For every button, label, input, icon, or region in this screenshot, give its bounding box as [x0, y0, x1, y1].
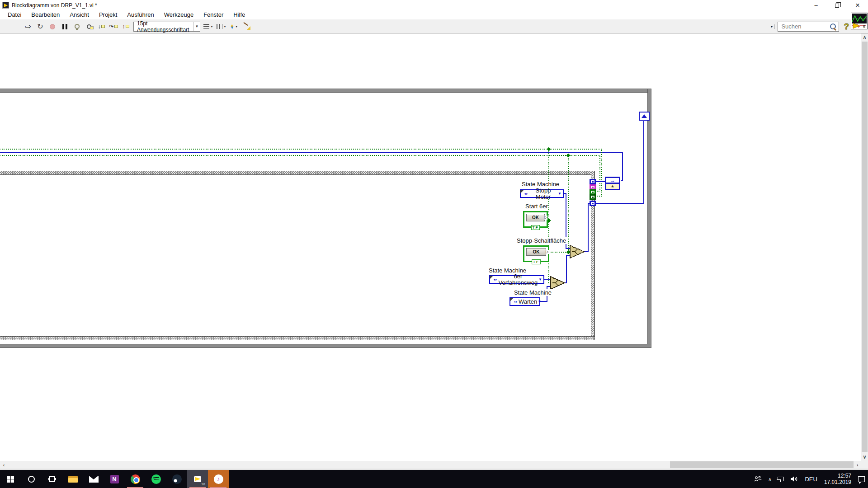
- feedback-init-glyph: *: [611, 186, 614, 189]
- select-triangle: [551, 277, 565, 289]
- step-into-button[interactable]: ↓: [97, 21, 106, 32]
- scroll-down-icon[interactable]: ∨: [861, 453, 868, 461]
- task-view-button[interactable]: [42, 470, 62, 488]
- ok-button-start-6er[interactable]: OK ▷ TF: [523, 211, 548, 228]
- cortana-button[interactable]: [21, 470, 42, 488]
- cleanup-diagram-button[interactable]: [242, 21, 251, 32]
- highlight-execution-button[interactable]: [72, 21, 81, 32]
- enum-fold-icon: [490, 276, 493, 279]
- menu-werkzeuge[interactable]: Werkzeuge: [159, 10, 199, 19]
- title-bar: Blockdiagramm von DRP_V1_1.vi * – ×: [0, 0, 868, 10]
- retain-wire-values-button[interactable]: [85, 21, 94, 32]
- onenote-button[interactable]: N: [104, 470, 125, 488]
- enum-increment-icon[interactable]: ◄►: [493, 278, 497, 281]
- horizontal-scrollbar[interactable]: ‹ ›: [0, 461, 861, 469]
- menu-hilfe[interactable]: Hilfe: [228, 10, 250, 19]
- step-over-icon: ↷: [109, 24, 113, 29]
- ok-button-stopp-schaltflaeche[interactable]: OK ▷ TF: [523, 245, 549, 262]
- distribute-objects-button[interactable]: ▼: [217, 21, 226, 32]
- menu-projekt[interactable]: Projekt: [94, 10, 122, 19]
- enum-label: State Machine: [521, 181, 560, 188]
- chevron-down-icon[interactable]: ▼: [558, 192, 561, 196]
- vertical-scrollbar[interactable]: ∧ ∨: [861, 33, 868, 461]
- scroll-right-icon[interactable]: ›: [854, 461, 861, 469]
- step-box-icon: [114, 25, 118, 28]
- chevron-down-icon[interactable]: ▼: [538, 300, 541, 304]
- close-button[interactable]: ×: [847, 0, 868, 10]
- network-button[interactable]: [774, 470, 787, 488]
- enum-increment-icon[interactable]: ◄►: [524, 192, 528, 195]
- menu-bearbeiten[interactable]: Bearbeiten: [26, 10, 65, 19]
- reorder-button[interactable]: ▲▼▼: [230, 21, 239, 32]
- select-function-1[interactable]: [570, 245, 584, 258]
- enum-constant-warten[interactable]: ◄► Warten ▼: [509, 297, 540, 306]
- menu-fenster[interactable]: Fenster: [198, 10, 228, 19]
- select-glyph: [572, 247, 578, 254]
- enum-fold-icon: [510, 298, 514, 301]
- menu-datei[interactable]: Datei: [3, 10, 26, 19]
- file-explorer-button[interactable]: [62, 470, 83, 488]
- horizontal-scrollbar-thumb[interactable]: [670, 461, 854, 468]
- step-out-icon: ↑: [123, 24, 125, 29]
- people-button[interactable]: [750, 470, 765, 488]
- wire-junction: [566, 154, 570, 157]
- chevron-down-icon: ▼: [223, 25, 226, 28]
- run-continuous-button[interactable]: ↻: [36, 21, 45, 32]
- hidden-icons-button[interactable]: ∧: [765, 470, 774, 488]
- enum-value: Stopp Motor: [529, 188, 557, 200]
- tunnel-dot: [592, 187, 594, 188]
- steam-button[interactable]: [166, 470, 187, 488]
- action-center-button[interactable]: [855, 470, 868, 488]
- shift-register[interactable]: [639, 112, 650, 121]
- step-out-button[interactable]: ↑: [121, 21, 130, 32]
- steam-icon: [172, 474, 182, 484]
- tunnel-dot: [592, 197, 594, 198]
- scroll-left-icon[interactable]: ‹: [0, 461, 8, 469]
- enum-increment-icon[interactable]: ◄►: [513, 300, 518, 303]
- latch-action-icon: ▷: [546, 250, 549, 254]
- vi-icon[interactable]: 5: [851, 13, 868, 29]
- chevron-down-icon[interactable]: ▼: [538, 277, 542, 282]
- language-indicator[interactable]: DEU: [802, 470, 820, 488]
- tunnel-blue-2: [590, 201, 596, 206]
- enum-constant-stopp-motor[interactable]: ◄► Stopp Motor ▼: [520, 189, 564, 198]
- vertical-scrollbar-thumb[interactable]: [862, 42, 868, 452]
- search-scope-chevron-icon[interactable]: ▸: [771, 24, 774, 29]
- select-function-2[interactable]: [551, 277, 565, 289]
- lightbulb-icon: [75, 24, 80, 29]
- run-continuous-icon: ↻: [37, 23, 43, 30]
- pause-button[interactable]: [60, 21, 69, 32]
- labview-version-badge: 18: [201, 482, 205, 486]
- clock[interactable]: 12:57 17.01.2019: [821, 470, 855, 488]
- volume-button[interactable]: [787, 470, 802, 488]
- while-loop-border-top: [0, 89, 651, 93]
- restore-button[interactable]: [826, 0, 847, 10]
- font-selector[interactable]: 15pt Anwendungsschriftart ▼: [133, 22, 200, 32]
- boolean-tf-badge: TF: [531, 225, 540, 230]
- wire-select2-to-select1: [565, 255, 570, 283]
- ok-button-face: OK ▷: [526, 214, 545, 221]
- chevron-down-icon: ▼: [210, 25, 213, 28]
- enum-constant-6er-verfahrensweg[interactable]: ◄► 6er Verfahrensweg ▼: [489, 275, 544, 284]
- spotify-button[interactable]: [146, 470, 166, 488]
- abort-button[interactable]: [48, 21, 57, 32]
- minimize-button[interactable]: –: [806, 0, 826, 10]
- mail-button[interactable]: [83, 470, 104, 488]
- reorder-down-icon: ▼: [230, 27, 234, 29]
- chrome-button[interactable]: [125, 470, 146, 488]
- itunes-button[interactable]: ♪: [208, 470, 229, 488]
- context-help-button[interactable]: ?: [844, 22, 849, 32]
- menu-ansicht[interactable]: Ansicht: [65, 10, 94, 19]
- menu-ausfuehren[interactable]: Ausführen: [122, 10, 159, 19]
- align-objects-button[interactable]: ▼: [203, 21, 213, 32]
- scroll-up-icon[interactable]: ∧: [861, 33, 868, 41]
- clock-date: 17.01.2019: [824, 479, 851, 485]
- feedback-node[interactable]: → *: [605, 177, 620, 190]
- restore-icon: [835, 4, 839, 8]
- tunnel-darkgreen: [590, 194, 596, 200]
- distribute-objects-icon: [217, 24, 222, 29]
- run-button[interactable]: ⇨: [24, 21, 33, 32]
- labview-button[interactable]: 18: [187, 470, 208, 488]
- start-button[interactable]: [0, 470, 21, 488]
- step-over-button[interactable]: ↷: [109, 21, 118, 32]
